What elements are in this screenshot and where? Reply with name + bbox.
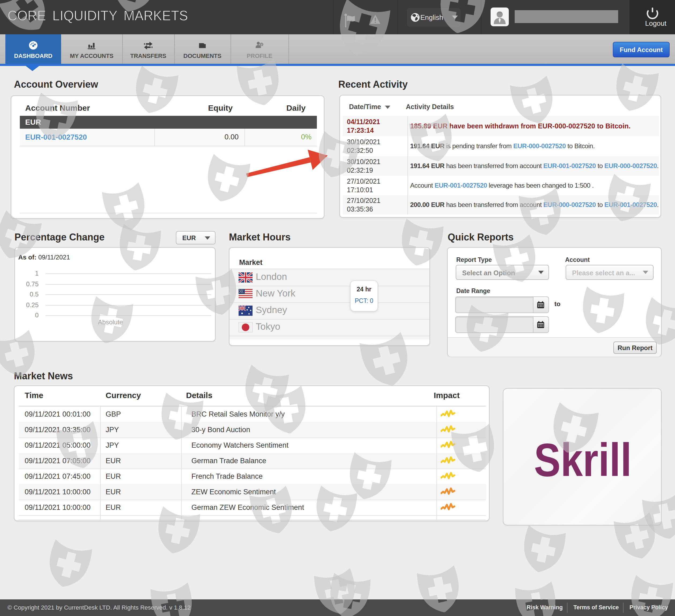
- svg-text:Skrill: Skrill: [534, 434, 631, 486]
- svg-text:i: i: [261, 43, 262, 46]
